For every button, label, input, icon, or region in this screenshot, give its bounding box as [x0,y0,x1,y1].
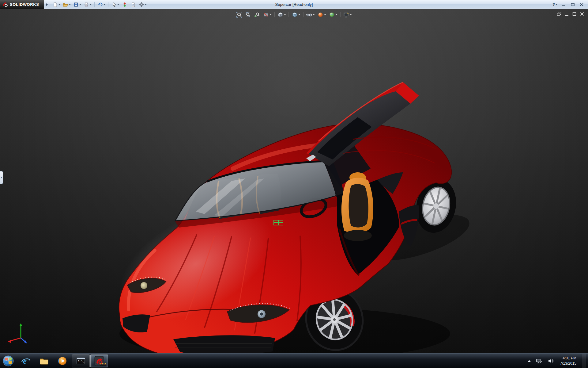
hide-show-items-button[interactable] [305,11,316,18]
close-button[interactable] [578,1,586,8]
internet-explorer-icon: e [21,356,31,366]
doc-close-icon [580,12,584,16]
section-view-button[interactable] [262,11,273,18]
zoom-to-area-button[interactable] [244,11,252,18]
view-settings-button[interactable] [342,11,353,18]
hidden-icons-button[interactable] [527,354,531,368]
taskbar: e C:\_ [0,353,588,368]
print-button[interactable] [83,1,92,8]
close-icon [580,3,583,6]
menu-expand-chevron[interactable] [46,3,48,6]
system-tray: 4:01 PM 7/13/2015 [527,354,588,368]
new-document-button[interactable] [51,1,61,8]
save-button[interactable] [72,1,82,8]
solidworks-logo-icon [2,2,8,7]
svg-text:C:\_: C:\_ [78,360,85,363]
feature-panel-collapsed-tab[interactable] [0,171,3,184]
printer-icon [84,2,89,7]
window-controls: ? [551,1,588,8]
solidworks-version-badge: 2015 [100,363,106,366]
help-button[interactable]: ? [551,1,559,8]
clock-date: 7/13/2015 [560,361,576,366]
front-grille [173,335,275,353]
doc-restore-button[interactable] [571,11,577,17]
options-button[interactable] [138,1,148,8]
previous-view-icon [254,12,260,18]
new-document-icon [52,2,58,7]
help-label: ? [552,2,555,7]
select-tool-button[interactable] [110,1,120,8]
car-model[interactable] [0,9,588,353]
hide-show-glasses-icon [306,12,312,18]
titlebar: SOLIDWORKS [0,0,588,9]
taskbar-item-command-prompt[interactable]: C:\_ [72,355,90,367]
network-tray-button[interactable] [535,354,543,368]
logo-text: SOLIDWORKS [10,2,39,7]
view-orientation-cube-icon [277,12,284,18]
file-properties-button[interactable] [129,1,137,8]
maximize-icon [571,3,575,6]
start-button[interactable] [0,354,17,368]
undo-arrow-icon [97,2,103,7]
standard-toolbar [51,1,148,8]
display-style-cube-icon [292,12,298,18]
start-orb-icon [2,355,14,367]
apply-scene-button[interactable] [328,11,338,18]
taskbar-item-media-player[interactable] [54,355,71,367]
volume-tray-button[interactable] [547,354,555,368]
doc-close-button[interactable] [579,11,585,17]
doc-minimize-button[interactable] [564,11,570,17]
doc-new-window-icon [557,12,561,16]
folder-icon [39,356,49,366]
taskbar-clock[interactable]: 4:01 PM 7/13/2015 [558,356,578,366]
view-settings-monitor-icon [343,12,349,18]
rebuild-traffic-light-icon [122,2,127,7]
solidworks-logo: SOLIDWORKS [0,0,44,9]
network-icon [536,358,542,364]
previous-view-button[interactable] [253,11,261,18]
section-view-icon [263,12,269,18]
taskbar-item-internet-explorer[interactable]: e [17,355,35,367]
open-folder-icon [63,2,68,7]
document-window-controls [556,11,585,17]
rebuild-button[interactable] [121,1,129,8]
select-cursor-icon [111,2,117,7]
maximize-button[interactable] [569,1,577,8]
file-properties-icon [130,2,136,7]
view-orientation-label: *Dimetric [4,348,23,353]
edit-appearance-sphere-icon [318,12,324,18]
taskbar-item-solidworks[interactable]: 2015 [90,355,108,367]
zoom-to-fit-icon [236,12,243,18]
svg-text:e: e [23,356,27,366]
orientation-triad [6,322,30,346]
expand-panel-chevron-icon [1,177,2,179]
zoom-to-fit-button[interactable] [236,11,243,18]
show-desktop-button[interactable] [582,354,586,368]
undo-button[interactable] [96,1,106,8]
apply-scene-sphere-icon [329,12,335,18]
view-orientation-button[interactable] [277,11,287,18]
headsup-view-toolbar [236,11,353,18]
graphics-area[interactable]: *Dimetric [0,9,588,353]
save-floppy-icon [73,2,79,7]
taskbar-item-windows-explorer[interactable] [35,355,53,367]
solidworks-window: SOLIDWORKS [0,0,588,368]
window-title: Supercar [Read-only] [275,2,313,7]
media-player-icon [58,356,67,366]
doc-new-window-button[interactable] [556,11,562,17]
doc-restore-icon [572,12,577,16]
hidden-icons-chevron-icon [528,360,531,362]
clock-time: 4:01 PM [560,356,576,361]
minimize-icon [562,3,566,6]
command-prompt-icon: C:\_ [76,356,86,366]
volume-icon [547,358,554,364]
edit-appearance-button[interactable] [317,11,327,18]
open-document-button[interactable] [62,1,72,8]
doc-minimize-icon [564,12,569,16]
minimize-button[interactable] [560,1,568,8]
zoom-to-area-icon [245,12,251,18]
display-style-button[interactable] [291,11,301,18]
options-gear-icon [139,2,144,7]
